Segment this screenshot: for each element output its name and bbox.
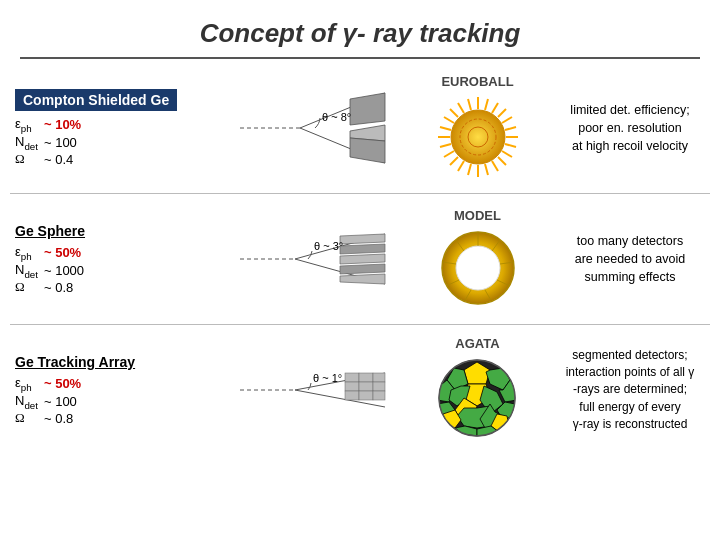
svg-line-24 bbox=[485, 164, 488, 175]
agata-svg bbox=[425, 354, 530, 444]
param-name-ndet: Ndet bbox=[15, 134, 44, 152]
param-value-ndet-sphere: ~ 1000 bbox=[44, 262, 84, 280]
ball-panel-agata: AGATA bbox=[410, 336, 545, 444]
svg-marker-39 bbox=[340, 254, 385, 264]
page-title: Concept of γ- ray tracking bbox=[20, 18, 700, 49]
row-ge-sphere: Ge Sphere εph ~ 50% Ndet ~ 1000 Ω ~ 0.8 bbox=[0, 194, 720, 324]
mid-panel-ge-sphere: θ ~ 3° bbox=[235, 214, 410, 304]
param-name-omega: Ω bbox=[15, 151, 44, 167]
param-name-eph-track: εph bbox=[15, 375, 44, 393]
ball-panel-model: MODEL bbox=[410, 208, 545, 311]
row-label-compton: Compton Shielded Ge bbox=[15, 89, 177, 111]
row-label-ge-sphere: Ge Sphere bbox=[15, 223, 235, 239]
row-label-tracking: Ge Tracking Array bbox=[15, 354, 235, 370]
param-name: εph bbox=[15, 116, 44, 134]
title-section: Concept of γ- ray tracking bbox=[20, 0, 700, 59]
svg-line-15 bbox=[444, 151, 454, 157]
param-value-omega-track: ~ 0.8 bbox=[44, 410, 81, 426]
ball-panel-euroball: EUROBALL bbox=[410, 74, 545, 182]
svg-rect-62 bbox=[373, 382, 385, 391]
svg-rect-65 bbox=[373, 391, 385, 400]
param-name-omega-track: Ω bbox=[15, 410, 44, 426]
param-name-omega-sphere: Ω bbox=[15, 279, 44, 295]
page: Concept of γ- ray tracking Compton Shiel… bbox=[0, 0, 720, 540]
svg-rect-63 bbox=[345, 391, 359, 400]
svg-rect-61 bbox=[359, 382, 373, 391]
param-name-ndet-track: Ndet bbox=[15, 393, 44, 411]
left-panel-ge-sphere: Ge Sphere εph ~ 50% Ndet ~ 1000 Ω ~ 0.8 bbox=[5, 223, 235, 295]
param-value-omega-sphere: ~ 0.8 bbox=[44, 279, 84, 295]
param-name-ndet-sphere: Ndet bbox=[15, 262, 44, 280]
svg-line-28 bbox=[440, 127, 451, 130]
detector-diagram-sphere: θ ~ 3° bbox=[240, 214, 405, 304]
euroball-svg bbox=[423, 92, 533, 182]
svg-text:θ ~ 1°: θ ~ 1° bbox=[313, 372, 342, 384]
svg-line-9 bbox=[502, 117, 512, 123]
svg-line-25 bbox=[468, 164, 471, 175]
svg-text:θ ~ 8°: θ ~ 8° bbox=[322, 111, 351, 123]
svg-marker-3 bbox=[350, 93, 385, 125]
svg-line-23 bbox=[498, 157, 506, 165]
mid-panel-tracking: θ ~ 1° bbox=[235, 345, 410, 435]
desc-tracking: segmented detectors;interaction points o… bbox=[545, 347, 715, 434]
param-name-eph-sphere: εph bbox=[15, 244, 44, 262]
svg-line-8 bbox=[492, 103, 498, 113]
row-compton: Compton Shielded Ge εph ~ 10% Ndet ~ 100… bbox=[0, 63, 720, 193]
svg-line-27 bbox=[440, 144, 451, 147]
param-value-ndet-track: ~ 100 bbox=[44, 393, 81, 411]
param-value-eph: ~ 10% bbox=[44, 116, 81, 134]
detector-diagram-tracking: θ ~ 1° bbox=[240, 345, 405, 435]
svg-text:θ ~ 3°: θ ~ 3° bbox=[314, 240, 343, 252]
svg-rect-58 bbox=[359, 373, 373, 382]
model-svg bbox=[428, 226, 528, 311]
params-table-tracking: εph ~ 50% Ndet ~ 100 Ω ~ 0.8 bbox=[15, 375, 81, 426]
svg-rect-57 bbox=[345, 373, 359, 382]
svg-marker-38 bbox=[340, 244, 385, 254]
params-table-compton: εph ~ 10% Ndet ~ 100 Ω ~ 0.4 bbox=[15, 116, 81, 167]
left-panel-compton: Compton Shielded Ge εph ~ 10% Ndet ~ 100… bbox=[5, 89, 235, 167]
row-tracking: Ge Tracking Array εph ~ 50% Ndet ~ 100 Ω… bbox=[0, 325, 720, 455]
svg-line-21 bbox=[505, 127, 516, 130]
svg-line-18 bbox=[458, 103, 464, 113]
svg-line-29 bbox=[450, 109, 458, 117]
param-value-eph-sphere: ~ 50% bbox=[44, 244, 84, 262]
svg-line-22 bbox=[505, 144, 516, 147]
svg-marker-40 bbox=[340, 264, 385, 274]
param-value-eph-track: ~ 50% bbox=[44, 375, 81, 393]
svg-marker-41 bbox=[340, 274, 385, 284]
svg-line-30 bbox=[468, 99, 471, 110]
detector-diagram-compton: θ ~ 8° bbox=[240, 83, 405, 173]
svg-marker-5 bbox=[350, 138, 385, 163]
param-value-omega: ~ 0.4 bbox=[44, 151, 81, 167]
svg-rect-59 bbox=[373, 373, 385, 382]
mid-panel-compton: θ ~ 8° bbox=[235, 83, 410, 173]
svg-rect-60 bbox=[345, 382, 359, 391]
svg-line-17 bbox=[444, 117, 454, 123]
ball-label-euroball: EUROBALL bbox=[441, 74, 513, 89]
ball-label-agata: AGATA bbox=[455, 336, 499, 351]
rows-wrapper: Compton Shielded Ge εph ~ 10% Ndet ~ 100… bbox=[0, 63, 720, 455]
ball-label-model: MODEL bbox=[454, 208, 501, 223]
params-table-ge-sphere: εph ~ 50% Ndet ~ 1000 Ω ~ 0.8 bbox=[15, 244, 84, 295]
svg-line-12 bbox=[492, 161, 498, 171]
svg-line-11 bbox=[502, 151, 512, 157]
svg-rect-64 bbox=[359, 391, 373, 400]
svg-line-19 bbox=[485, 99, 488, 110]
svg-line-20 bbox=[498, 109, 506, 117]
svg-marker-37 bbox=[340, 234, 385, 244]
param-value-ndet: ~ 100 bbox=[44, 134, 81, 152]
svg-line-14 bbox=[458, 161, 464, 171]
svg-line-26 bbox=[450, 157, 458, 165]
desc-compton: limited det. efficiency;poor en. resolut… bbox=[545, 101, 715, 155]
desc-ge-sphere: too many detectorsare needed to avoidsum… bbox=[545, 232, 715, 286]
svg-point-44 bbox=[456, 246, 500, 290]
left-panel-tracking: Ge Tracking Array εph ~ 50% Ndet ~ 100 Ω… bbox=[5, 354, 235, 426]
svg-point-31 bbox=[451, 110, 505, 164]
